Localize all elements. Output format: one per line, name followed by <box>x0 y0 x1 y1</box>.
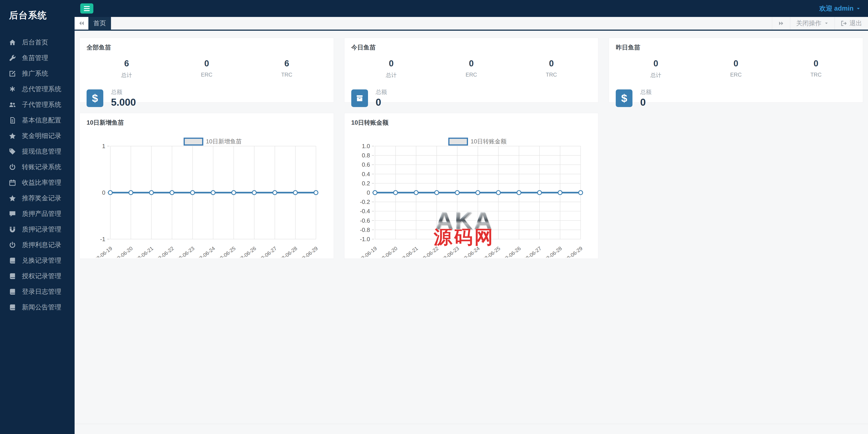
sidebar-item-label: 质押利息记录 <box>22 240 61 249</box>
app-title: 后台系统 <box>0 0 74 28</box>
card-yesterday-fry: 昨日鱼苗 0总计 0ERC 0TRC $ 总额 0 <box>609 38 863 102</box>
sidebar-item-16[interactable]: 登录日志管理 <box>0 284 74 299</box>
total-label: 总额 <box>111 88 136 96</box>
calendar-icon <box>9 179 16 186</box>
y-tick-label: -0.8 <box>360 227 370 233</box>
y-tick-label: -1 <box>100 236 105 242</box>
sidebar-item-17[interactable]: 新闻公告管理 <box>0 299 74 315</box>
total-value: 0 <box>640 97 651 108</box>
book-icon <box>9 273 16 279</box>
data-point <box>108 191 112 195</box>
legend-swatch[interactable] <box>449 138 467 145</box>
data-point <box>394 191 398 195</box>
tab-home[interactable]: 首页 <box>88 17 111 30</box>
legend-label[interactable]: 10日转账金额 <box>470 138 506 145</box>
data-point <box>475 191 480 195</box>
sidebar: 后台系统 后台首页鱼苗管理推广系统总代管理系统子代管理系统基本信息配置奖金明细记… <box>0 0 74 434</box>
sidebar-item-5[interactable]: 基本信息配置 <box>0 112 74 128</box>
tab-label: 首页 <box>93 19 106 28</box>
y-tick-label: -1.0 <box>360 236 370 242</box>
sidebar-item-10[interactable]: 推荐奖金记录 <box>0 190 74 206</box>
sidebar-item-13[interactable]: 质押利息记录 <box>0 237 74 253</box>
legend-swatch[interactable] <box>184 138 203 145</box>
chart-card-transfer-amount: 10日转账金额 1.00.80.60.40.20-0.2-0.4-0.6-0.8… <box>344 113 598 259</box>
data-point <box>273 191 277 195</box>
tab-strip: 首页 关闭操作 退出 <box>74 17 868 31</box>
sidebar-item-8[interactable]: 转账记录系统 <box>0 159 74 175</box>
stat-value: 6 <box>247 59 327 68</box>
data-point <box>149 191 153 195</box>
tag-icon <box>9 148 16 155</box>
sidebar-item-1[interactable]: 鱼苗管理 <box>0 50 74 66</box>
logout-button[interactable]: 退出 <box>835 17 868 30</box>
line-chart-new-fry: 10-12022-06-192022-06-202022-06-212022-0… <box>87 128 327 259</box>
sidebar-item-4[interactable]: 子代管理系统 <box>0 97 74 112</box>
data-point <box>170 191 174 195</box>
menu-toggle-button[interactable] <box>80 3 93 13</box>
sidebar-item-label: 登录日志管理 <box>22 287 61 296</box>
stat-value: 6 <box>87 59 166 68</box>
data-point <box>537 191 541 195</box>
sidebar-item-11[interactable]: 质押产品管理 <box>0 206 74 222</box>
sidebar-item-3[interactable]: 总代管理系统 <box>0 81 74 97</box>
sidebar-item-12[interactable]: 质押记录管理 <box>0 222 74 237</box>
sidebar-item-6[interactable]: 奖金明细记录 <box>0 128 74 144</box>
data-point <box>414 191 418 195</box>
star-icon <box>9 133 16 139</box>
line-chart-transfer-amount: 1.00.80.60.40.20-0.2-0.4-0.6-0.8-1.02022… <box>351 128 592 259</box>
user-menu[interactable]: 欢迎 admin <box>819 4 861 13</box>
x-tick-label: 2022-06-24 <box>456 245 481 258</box>
sidebar-item-14[interactable]: 兑换记录管理 <box>0 253 74 268</box>
chart-title: 10日新增鱼苗 <box>87 119 327 127</box>
x-tick-label: 2022-06-23 <box>436 245 460 258</box>
y-tick-label: 0.6 <box>362 161 370 168</box>
x-tick-label: 2022-06-19 <box>353 245 378 258</box>
x-tick-label: 2022-06-20 <box>109 245 134 258</box>
file-icon <box>9 117 16 124</box>
stat-label: TRC <box>776 72 856 78</box>
sidebar-item-label: 新闻公告管理 <box>22 303 61 312</box>
data-point <box>314 191 318 195</box>
stat-label: 总计 <box>87 72 166 79</box>
total-value: 0 <box>376 97 387 108</box>
sidebar-item-label: 提现信息管理 <box>22 147 61 156</box>
data-point <box>455 191 459 195</box>
sidebar-item-9[interactable]: 收益比率管理 <box>0 175 74 190</box>
data-point <box>496 191 500 195</box>
sidebar-item-label: 基本信息配置 <box>22 116 61 125</box>
x-tick-label: 2022-06-21 <box>130 245 154 258</box>
x-tick-label: 2022-06-21 <box>395 245 419 258</box>
legend-label[interactable]: 10日新增鱼苗 <box>206 138 242 145</box>
sign-out-icon <box>841 20 847 26</box>
sidebar-item-label: 兑换记录管理 <box>22 256 61 265</box>
x-tick-label: 2022-06-27 <box>518 245 542 258</box>
y-tick-label: -0.4 <box>360 208 370 214</box>
stat-label: ERC <box>166 72 247 78</box>
sidebar-item-label: 推广系统 <box>22 69 48 78</box>
tabs-scroll-right-button[interactable] <box>772 17 790 30</box>
caret-down-icon <box>824 21 829 26</box>
tabs-scroll-left-button[interactable] <box>74 17 88 30</box>
users-icon <box>9 101 16 108</box>
sidebar-item-label: 鱼苗管理 <box>22 54 48 63</box>
dollar-icon: $ <box>616 90 632 107</box>
sidebar-item-label: 推荐奖金记录 <box>22 194 61 203</box>
chart-card-new-fry: 10日新增鱼苗 10-12022-06-192022-06-202022-06-… <box>80 113 334 259</box>
sidebar-item-7[interactable]: 提现信息管理 <box>0 144 74 159</box>
x-tick-label: 2022-06-25 <box>212 245 237 258</box>
x-tick-label: 2022-06-22 <box>150 245 175 258</box>
x-tick-label: 2022-06-25 <box>477 245 501 258</box>
x-tick-label: 2022-06-26 <box>232 245 257 258</box>
sidebar-item-label: 授权记录管理 <box>22 272 61 281</box>
data-point <box>252 191 256 195</box>
data-point <box>435 191 439 195</box>
sidebar-item-0[interactable]: 后台首页 <box>0 35 74 50</box>
caret-down-icon <box>856 6 861 11</box>
sidebar-item-2[interactable]: 推广系统 <box>0 66 74 81</box>
sidebar-item-15[interactable]: 授权记录管理 <box>0 268 74 284</box>
close-operations-dropdown[interactable]: 关闭操作 <box>790 17 835 30</box>
stat-value: 0 <box>776 59 856 68</box>
sidebar-item-label: 奖金明细记录 <box>22 131 61 140</box>
card-title: 今日鱼苗 <box>351 43 592 52</box>
charts-row: 10日新增鱼苗 10-12022-06-192022-06-202022-06-… <box>80 113 863 259</box>
